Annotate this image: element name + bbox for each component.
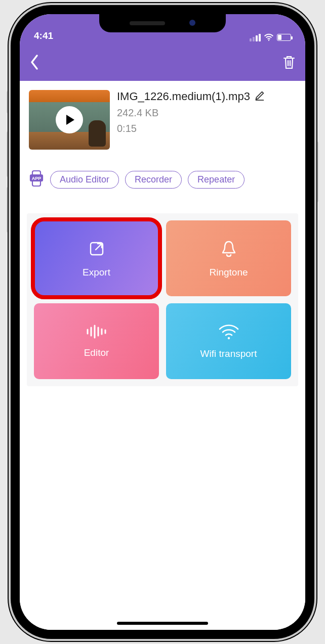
tile-export-label: Export — [83, 267, 110, 278]
svg-point-11 — [227, 337, 229, 339]
file-name: IMG_1226.medium(1).mp3 — [117, 90, 250, 103]
tile-editor[interactable]: Editor — [34, 303, 159, 379]
file-row: IMG_1226.medium(1).mp3 242.4 KB 0:15 — [20, 81, 305, 150]
tile-ringtone[interactable]: Ringtone — [166, 220, 291, 296]
play-icon — [56, 106, 83, 133]
cellular-signal-icon — [250, 34, 261, 41]
tile-wifi-transport[interactable]: Wifi transport — [166, 303, 291, 379]
silent-switch — [7, 91, 10, 113]
chip-recorder[interactable]: Recorder — [125, 171, 182, 189]
chips-row: APP Audio Editor Recorder Repeater — [20, 150, 305, 189]
volume-down-button — [7, 187, 10, 233]
action-grid: Export Ringtone — [27, 213, 298, 386]
content: IMG_1226.medium(1).mp3 242.4 KB 0:15 — [20, 81, 305, 630]
app-icon: APP — [29, 170, 44, 189]
tile-wifi-label: Wifi transport — [200, 348, 257, 359]
screen: 4:41 — [20, 14, 305, 630]
trash-icon — [282, 55, 296, 70]
home-indicator[interactable] — [117, 622, 208, 625]
file-meta: IMG_1226.medium(1).mp3 242.4 KB 0:15 — [117, 90, 296, 134]
tile-ringtone-label: Ringtone — [209, 267, 248, 278]
battery-icon — [277, 34, 291, 41]
svg-point-0 — [268, 40, 269, 41]
bell-icon — [219, 239, 239, 259]
volume-up-button — [7, 131, 10, 177]
back-button[interactable] — [29, 54, 40, 73]
pencil-icon — [254, 90, 265, 101]
export-icon — [87, 239, 107, 259]
rename-button[interactable] — [254, 90, 265, 103]
phone-frame: 4:41 — [11, 5, 314, 639]
svg-text:APP: APP — [32, 176, 42, 181]
wifi-icon — [218, 323, 240, 340]
delete-button[interactable] — [282, 55, 296, 72]
power-button — [315, 142, 318, 202]
waveform-icon — [85, 324, 108, 339]
file-thumbnail[interactable] — [29, 90, 110, 150]
tile-export[interactable]: Export — [34, 220, 159, 296]
file-size: 242.4 KB — [117, 107, 296, 119]
chip-repeater[interactable]: Repeater — [188, 171, 245, 189]
notch — [99, 14, 226, 32]
chevron-left-icon — [29, 54, 40, 71]
status-indicators — [250, 33, 291, 41]
status-time: 4:41 — [34, 30, 53, 41]
tile-editor-label: Editor — [84, 347, 109, 358]
file-duration: 0:15 — [117, 123, 296, 134]
chip-audio-editor[interactable]: Audio Editor — [50, 171, 119, 189]
wifi-icon — [264, 33, 274, 41]
nav-bar — [20, 45, 305, 81]
